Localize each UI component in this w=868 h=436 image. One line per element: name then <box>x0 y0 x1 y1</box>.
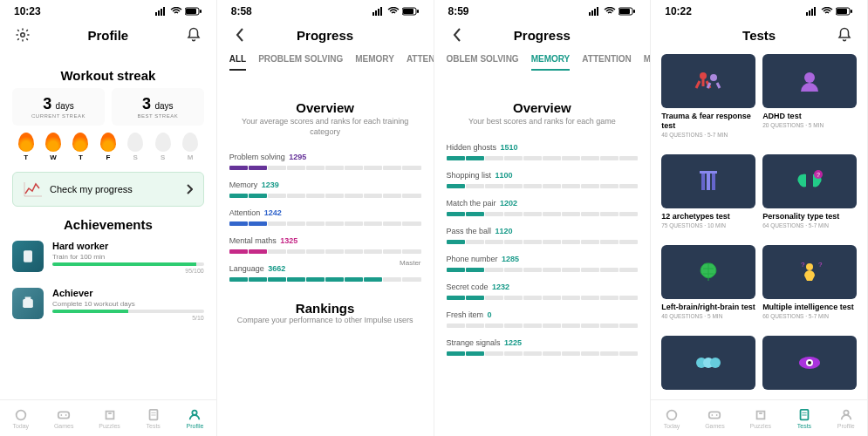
overview-title: Overview <box>229 100 421 115</box>
score-row[interactable]: Attention 1242 <box>229 203 421 226</box>
notifications-button[interactable] <box>183 24 204 45</box>
score-row[interactable]: Memory 1239 <box>229 175 421 198</box>
day-cell: F <box>100 133 116 161</box>
faces-icon <box>691 347 726 378</box>
flame-icon <box>155 133 171 152</box>
back-button[interactable] <box>447 24 468 45</box>
svg-point-47 <box>806 263 813 270</box>
test-card[interactable]: 12 archetypes test75 QUESTIONS · 10 MIN <box>661 154 755 238</box>
streak-title: Workout streak <box>12 68 204 83</box>
notifications-button[interactable] <box>834 24 855 45</box>
score-bar <box>447 351 639 356</box>
tabbar-today[interactable]: Today <box>12 408 29 429</box>
score-row[interactable]: Strange signals 1225 <box>447 333 639 356</box>
score-row[interactable]: Secret code 1232 <box>447 277 639 300</box>
tab-attention[interactable]: ATTENTION <box>582 54 631 71</box>
test-image: ?? <box>762 245 857 299</box>
score-row[interactable]: Hidden ghosts 1510 <box>447 138 639 160</box>
tab-mental-ma[interactable]: MENTAL MA <box>644 54 650 71</box>
tab-problem-solving[interactable]: PROBLEM SOLVING <box>258 54 343 71</box>
tabbar-profile[interactable]: Profile <box>837 408 855 429</box>
tabbar-games[interactable]: Games <box>54 408 74 429</box>
score-label: Phone number <box>447 255 498 263</box>
score-value: 1510 <box>501 143 518 152</box>
score-bar <box>447 296 639 300</box>
puzzles-icon <box>102 408 118 422</box>
test-card[interactable]: ADHD test20 QUESTIONS · 5 MIN <box>762 54 857 147</box>
svg-rect-6 <box>200 10 202 13</box>
rankings-sub: Compare your performance to other Impuls… <box>229 316 421 326</box>
svg-rect-10 <box>25 297 31 300</box>
score-badge: Master <box>400 259 420 267</box>
screen-tests: 10:22 Tests Trauma & fear response test4… <box>651 0 868 436</box>
flame-icon <box>18 133 34 152</box>
current-streak-card: 3 days CURRENT STREAK <box>12 88 105 126</box>
svg-rect-32 <box>809 10 810 16</box>
score-row[interactable]: Language 3662Master <box>229 259 421 282</box>
svg-rect-17 <box>372 12 374 16</box>
score-bar <box>229 221 421 226</box>
status-time: 10:22 <box>665 5 692 17</box>
tabbar-label: Puzzles <box>99 423 120 429</box>
score-row[interactable]: Problem solving 1295 <box>229 147 421 170</box>
games-icon <box>707 408 722 422</box>
test-card[interactable]: Trauma & fear response test40 QUESTIONS … <box>661 54 755 147</box>
svg-rect-18 <box>375 10 377 16</box>
header: Progress <box>434 19 651 54</box>
puzzles-icon <box>753 408 769 422</box>
tab-memory[interactable]: MEMORY <box>531 54 571 71</box>
svg-rect-43 <box>712 173 715 190</box>
progress-content: Overview Your average scores and ranks f… <box>217 76 434 416</box>
test-card[interactable]: ?Personality type test64 QUESTIONS · 5-7… <box>762 154 857 238</box>
score-row[interactable]: Fresh item 0 <box>447 305 639 328</box>
tab-all[interactable]: ALL <box>229 54 246 71</box>
test-image <box>661 245 755 299</box>
test-card[interactable] <box>661 336 755 403</box>
tabbar-profile[interactable]: Profile <box>186 408 203 429</box>
score-row[interactable]: Mental maths 1325 <box>229 231 421 254</box>
battery-icon <box>402 7 420 16</box>
tabbar-tests[interactable]: Tests <box>146 408 161 429</box>
score-row[interactable]: Phone number 1285 <box>447 249 639 272</box>
check-progress-button[interactable]: Check my progress <box>12 172 204 207</box>
wifi-icon <box>604 7 616 16</box>
day-letter: S <box>127 153 143 161</box>
achievement-sub: Complete 10 workout days <box>52 300 204 308</box>
score-value: 1232 <box>492 283 509 291</box>
svg-rect-30 <box>633 10 635 13</box>
test-card[interactable] <box>762 336 857 403</box>
settings-button[interactable] <box>12 24 33 45</box>
current-streak-num: 3 <box>43 95 51 112</box>
score-row[interactable]: Match the pair 1202 <box>447 194 639 216</box>
achievement-row[interactable]: AchieverComplete 10 workout days5/10 <box>12 281 204 328</box>
score-value: 1295 <box>289 153 306 161</box>
day-letter: S <box>155 153 171 161</box>
battery-icon <box>185 7 202 16</box>
day-letter: W <box>45 153 61 161</box>
tabbar-tests[interactable]: Tests <box>796 408 812 429</box>
overview-sub: Your best scores and ranks for each game <box>447 117 639 127</box>
status-time: 8:59 <box>448 5 469 17</box>
tabbar-puzzles[interactable]: Puzzles <box>99 408 120 429</box>
score-row[interactable]: Pass the ball 1120 <box>447 221 639 244</box>
tab-memory[interactable]: MEMORY <box>355 54 394 71</box>
score-row[interactable]: Shopping list 1100 <box>447 166 639 188</box>
day-cell: S <box>155 133 171 161</box>
test-card[interactable]: ??Multiple intelligence test60 QUESTIONS… <box>762 245 857 329</box>
back-button[interactable] <box>229 24 250 45</box>
score-label: Attention <box>229 208 261 217</box>
signal-icon <box>589 7 601 16</box>
tabbar-label: Today <box>664 423 680 429</box>
svg-rect-12 <box>58 412 69 418</box>
achievement-count: 95/100 <box>52 268 204 274</box>
tabbar-puzzles[interactable]: Puzzles <box>750 408 772 429</box>
achievement-row[interactable]: Hard workerTrain for 100 min95/100 <box>12 234 204 281</box>
test-card[interactable]: Left-brain/right-brain test40 QUESTIONS … <box>661 245 755 329</box>
tab-attention[interactable]: ATTENTION <box>407 54 434 71</box>
day-cell: T <box>18 133 34 161</box>
tabbar-label: Tests <box>797 423 811 429</box>
test-image <box>762 54 857 108</box>
tabbar-games[interactable]: Games <box>705 408 725 429</box>
tabbar-today[interactable]: Today <box>664 408 680 429</box>
tab-oblem-solving[interactable]: OBLEM SOLVING <box>447 54 519 71</box>
